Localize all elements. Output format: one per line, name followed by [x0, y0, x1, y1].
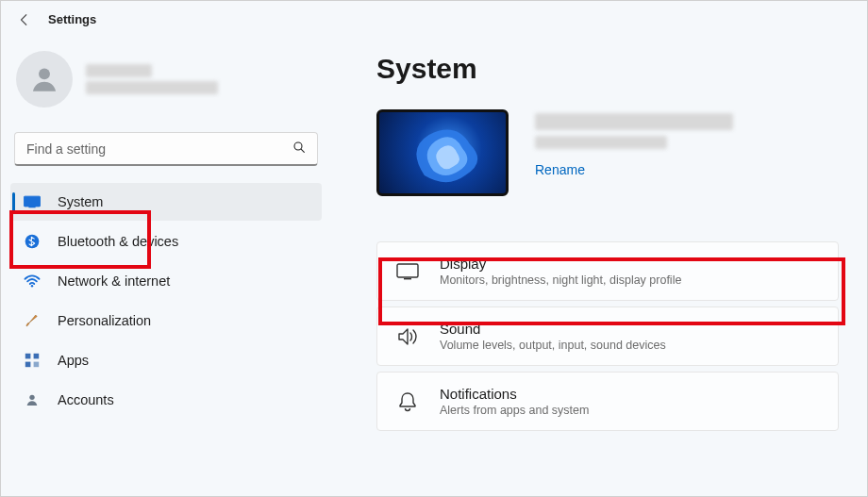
search-input[interactable]	[14, 132, 318, 166]
main-panel: System Rename Display	[331, 34, 867, 491]
card-title: Sound	[440, 321, 666, 337]
svg-rect-9	[34, 362, 40, 368]
search-box	[14, 132, 318, 166]
titlebar: Settings	[1, 1, 867, 34]
device-info: Rename	[535, 109, 733, 177]
card-notifications[interactable]: Notifications Alerts from apps and syste…	[376, 372, 839, 431]
sidebar-item-apps[interactable]: Apps	[10, 341, 322, 379]
sidebar: System Bluetooth & devices Network & int…	[1, 34, 331, 491]
device-row: Rename	[376, 109, 839, 196]
sidebar-item-label: Bluetooth & devices	[58, 234, 178, 249]
sidebar-item-personalization[interactable]: Personalization	[10, 302, 322, 340]
app-title: Settings	[48, 12, 96, 26]
card-sub: Alerts from apps and system	[440, 404, 589, 417]
bluetooth-icon	[24, 233, 41, 250]
settings-card-list: Display Monitors, brightness, night ligh…	[376, 241, 839, 431]
svg-point-10	[29, 395, 34, 400]
card-sub: Monitors, brightness, night light, displ…	[440, 273, 681, 287]
svg-rect-2	[24, 196, 40, 207]
device-thumbnail[interactable]	[376, 109, 509, 196]
card-sub: Volume levels, output, input, sound devi…	[440, 339, 666, 352]
sidebar-item-label: Network & internet	[58, 273, 170, 289]
page-title: System	[376, 53, 839, 85]
display-icon	[396, 260, 419, 283]
profile-email-redacted	[86, 81, 218, 94]
sound-icon	[396, 325, 419, 348]
svg-rect-8	[25, 362, 31, 368]
sidebar-item-label: Personalization	[58, 313, 151, 328]
search-icon[interactable]	[292, 140, 307, 158]
svg-rect-12	[404, 278, 411, 279]
svg-rect-6	[25, 354, 31, 359]
paintbrush-icon	[24, 312, 41, 329]
profile-text	[86, 64, 218, 94]
device-name-redacted	[535, 113, 733, 130]
device-model-redacted	[535, 136, 667, 149]
system-icon	[24, 193, 41, 210]
card-title: Notifications	[440, 386, 589, 402]
profile-block[interactable]	[10, 43, 322, 126]
wifi-icon	[24, 273, 41, 290]
sidebar-item-label: Apps	[58, 353, 89, 368]
bell-icon	[396, 390, 419, 413]
back-icon[interactable]	[18, 13, 31, 26]
svg-point-0	[39, 68, 50, 79]
sidebar-item-label: Accounts	[58, 392, 114, 407]
profile-name-redacted	[86, 64, 152, 77]
sidebar-item-system[interactable]: System	[10, 183, 322, 221]
svg-rect-11	[397, 264, 418, 277]
sidebar-item-network[interactable]: Network & internet	[10, 262, 322, 300]
svg-rect-7	[34, 354, 40, 359]
svg-point-1	[294, 142, 302, 150]
accounts-icon	[24, 391, 41, 408]
sidebar-item-accounts[interactable]: Accounts	[10, 381, 322, 419]
card-sound[interactable]: Sound Volume levels, output, input, soun…	[376, 306, 839, 366]
sidebar-item-bluetooth[interactable]: Bluetooth & devices	[10, 223, 322, 260]
rename-link[interactable]: Rename	[535, 162, 733, 177]
svg-point-5	[31, 285, 33, 287]
card-title: Display	[440, 256, 681, 272]
card-display[interactable]: Display Monitors, brightness, night ligh…	[376, 241, 839, 301]
nav-list: System Bluetooth & devices Network & int…	[10, 183, 322, 419]
sidebar-item-label: System	[58, 194, 103, 209]
apps-icon	[24, 352, 41, 369]
svg-rect-3	[28, 207, 35, 207]
avatar	[16, 51, 73, 108]
